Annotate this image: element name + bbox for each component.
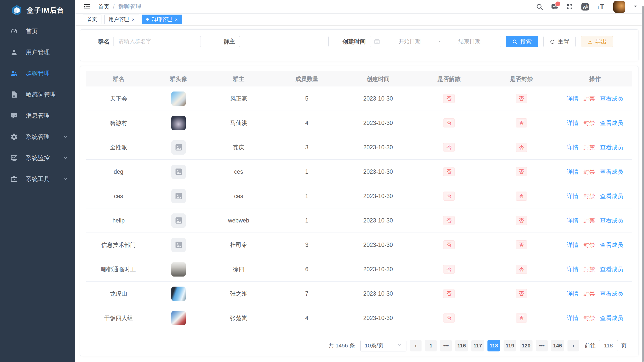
- group-name-label: 群名: [98, 38, 109, 46]
- more-pages-left-icon[interactable]: •••: [440, 340, 452, 351]
- detail-link[interactable]: 详情: [567, 192, 578, 200]
- svg-text:T: T: [597, 5, 599, 10]
- app-root: 盒子IM后台 首页 用户管理 群聊管理: [0, 0, 644, 362]
- sidebar-item-group-management[interactable]: 群聊管理: [0, 63, 75, 84]
- detail-link[interactable]: 详情: [567, 241, 578, 249]
- tab-home[interactable]: 首页: [83, 15, 101, 24]
- detail-link[interactable]: 详情: [567, 217, 578, 224]
- fullscreen-icon[interactable]: [566, 3, 574, 11]
- view-members-link[interactable]: 查看成员: [600, 241, 623, 249]
- view-members-link[interactable]: 查看成员: [600, 192, 623, 200]
- group-name-input[interactable]: [113, 36, 201, 47]
- ban-link[interactable]: 封禁: [583, 217, 595, 224]
- view-members-link[interactable]: 查看成员: [600, 144, 623, 151]
- next-page-button[interactable]: ›: [567, 340, 579, 351]
- ban-link[interactable]: 封禁: [583, 290, 595, 298]
- briefcase-icon: [10, 175, 18, 183]
- ban-link[interactable]: 封禁: [583, 95, 595, 103]
- tab-user-management[interactable]: 用户管理 ×: [104, 15, 139, 24]
- sidebar-item-home[interactable]: 首页: [0, 21, 75, 42]
- detail-link[interactable]: 详情: [567, 168, 578, 176]
- prev-page-button[interactable]: ‹: [410, 340, 422, 351]
- sidebar-item-label: 首页: [26, 27, 38, 35]
- dashboard-icon: [10, 27, 18, 35]
- view-members-link[interactable]: 查看成员: [600, 168, 623, 176]
- group-name-cell: 全性派: [86, 144, 151, 151]
- user-menu-caret-icon[interactable]: [633, 4, 638, 10]
- export-button[interactable]: 导出: [581, 36, 613, 47]
- detail-link[interactable]: 详情: [567, 119, 578, 127]
- page-button-1[interactable]: 1: [425, 340, 437, 351]
- page-button-118-active[interactable]: 118: [487, 340, 500, 351]
- sidebar-item-user-management[interactable]: 用户管理: [0, 42, 75, 63]
- dissolved-badge: 否: [443, 265, 455, 274]
- page-size-select[interactable]: 10条/页: [360, 340, 406, 351]
- breadcrumb-home[interactable]: 首页: [98, 3, 109, 11]
- jump-page-input[interactable]: [599, 340, 618, 351]
- start-date-placeholder[interactable]: 开始日期: [382, 38, 437, 45]
- detail-link[interactable]: 详情: [567, 144, 578, 151]
- navbar-actions: A文 TT: [536, 1, 638, 13]
- select-caret-icon: [397, 342, 402, 349]
- text-size-icon[interactable]: TT: [597, 3, 606, 11]
- vertical-scrollbar[interactable]: [642, 6, 644, 362]
- sidebar-item-system-tools[interactable]: 系统工具: [0, 168, 75, 190]
- dissolved-badge: 否: [443, 240, 455, 249]
- view-members-link[interactable]: 查看成员: [600, 119, 623, 127]
- language-switch-icon[interactable]: A文: [581, 3, 589, 11]
- view-members-link[interactable]: 查看成员: [600, 217, 623, 224]
- sidebar-item-message-management[interactable]: 消息管理: [0, 105, 75, 126]
- detail-link[interactable]: 详情: [567, 314, 578, 322]
- group-owner-cell: 杜司令: [206, 241, 271, 249]
- tab-close-icon[interactable]: ×: [132, 17, 135, 22]
- user-avatar[interactable]: [613, 1, 625, 13]
- detail-link[interactable]: 详情: [567, 265, 578, 273]
- ban-link[interactable]: 封禁: [583, 314, 595, 322]
- reset-button[interactable]: 重置: [543, 36, 576, 47]
- search-button[interactable]: 搜索: [506, 36, 538, 47]
- view-members-link[interactable]: 查看成员: [600, 314, 623, 322]
- sidebar-item-system-management[interactable]: 系统管理: [0, 126, 75, 147]
- page-button-120[interactable]: 120: [520, 340, 533, 351]
- detail-link[interactable]: 详情: [567, 95, 578, 103]
- ban-link[interactable]: 封禁: [583, 144, 595, 151]
- date-range-picker[interactable]: 开始日期 - 结束日期: [370, 36, 501, 47]
- breadcrumb-separator: /: [113, 3, 115, 10]
- ban-link[interactable]: 封禁: [583, 119, 595, 127]
- sidebar-item-sensitive-words[interactable]: 敏感词管理: [0, 84, 75, 105]
- search-button-label: 搜索: [520, 38, 532, 46]
- group-owner-input[interactable]: [239, 36, 329, 47]
- created-time-cell: 2023-10-30: [343, 290, 413, 297]
- detail-link[interactable]: 详情: [567, 290, 578, 298]
- view-members-link[interactable]: 查看成员: [600, 265, 623, 273]
- ban-link[interactable]: 封禁: [583, 168, 595, 176]
- page-button-117[interactable]: 117: [471, 340, 484, 351]
- member-count-cell: 1: [271, 193, 343, 200]
- users-group-icon: [10, 69, 18, 77]
- tab-close-icon[interactable]: ×: [175, 17, 178, 22]
- page-button-146[interactable]: 146: [551, 340, 564, 351]
- tab-group-management[interactable]: 群聊管理 ×: [142, 15, 182, 24]
- group-avatar-image: [171, 189, 186, 203]
- svg-text:文: 文: [585, 4, 588, 7]
- view-members-link[interactable]: 查看成员: [600, 290, 623, 298]
- ban-link[interactable]: 封禁: [583, 241, 595, 249]
- search-icon[interactable]: [536, 3, 543, 11]
- group-avatar-image: [171, 165, 186, 179]
- ban-link[interactable]: 封禁: [583, 192, 595, 200]
- svg-text:T: T: [600, 3, 604, 10]
- page-button-116[interactable]: 116: [455, 340, 468, 351]
- end-date-placeholder[interactable]: 结束日期: [442, 38, 497, 45]
- page-button-119[interactable]: 119: [504, 340, 516, 351]
- member-count-cell: 1: [271, 168, 343, 175]
- col-created-time: 创建时间: [343, 75, 413, 83]
- more-pages-right-icon[interactable]: •••: [536, 340, 548, 351]
- message-notification-icon[interactable]: [551, 3, 558, 11]
- sidebar-collapse-icon[interactable]: [83, 3, 91, 11]
- col-dissolved: 是否解散: [413, 75, 485, 83]
- view-members-link[interactable]: 查看成员: [600, 95, 623, 103]
- page-content: 群名 群主 创建时间 开始日期 - 结束日期: [75, 25, 644, 362]
- ban-link[interactable]: 封禁: [583, 265, 595, 273]
- sidebar-item-system-monitor[interactable]: 系统监控: [0, 147, 75, 168]
- group-name-cell: ces: [86, 193, 151, 200]
